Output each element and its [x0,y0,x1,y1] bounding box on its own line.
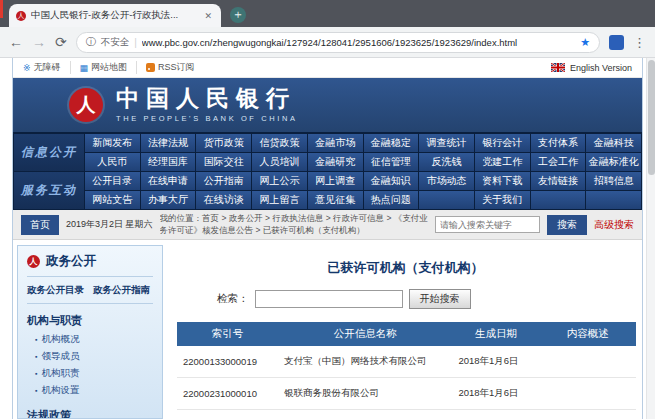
nav-item[interactable]: 公开指南 [196,172,251,190]
nav-item[interactable]: 货币政策 [196,134,251,152]
table-header-row: 索引号 公开信息名称 生成日期 内容概述 [177,322,636,346]
sidebar-top-links: 政务公开目录 政务公开指南 [27,277,153,304]
site-search-input[interactable] [435,216,540,233]
nav-item[interactable]: 银行会计 [475,134,530,152]
recording-indicator [0,0,3,18]
url-text[interactable]: www.pbc.gov.cn/zhengwugongkai/127924/128… [142,37,575,48]
nav-category-info-disclosure[interactable]: 信息公开 [14,134,84,171]
bookmark-star-icon[interactable]: ★ [580,36,590,49]
english-version-label: English Version [570,63,632,73]
nav-item[interactable]: 经理国库 [141,153,196,171]
address-bar[interactable]: ⓘ 不安全 | www.pbc.gov.cn/zhengwugongkai/12… [76,32,600,53]
sitemap-label: 网站地图 [91,61,127,74]
start-search-button[interactable]: 开始搜索 [409,289,471,309]
nav-item[interactable]: 调查统计 [419,134,474,152]
nav-item[interactable]: 公开目录 [85,172,140,190]
browser-menu-icon[interactable]: ⋮ [633,35,646,50]
rss-link[interactable]: RSS订阅 [137,61,204,74]
nav-item[interactable]: 法律法规 [141,134,196,152]
cell-date: 2018年5月3日 [452,410,539,419]
retrieval-label: 检索： [217,292,249,306]
sidebar-section-header: 机构与职责 [27,313,153,328]
col-header-index: 索引号 [177,322,278,346]
page-title: 已获许可机构（支付机构） [173,259,638,277]
browser-tab[interactable]: 人 中国人民银行-政务公开-行政执法... ✕ [9,4,221,27]
nav-item[interactable]: 网上公示 [252,172,307,190]
nav-item[interactable]: 在线申请 [141,172,196,190]
nav-item[interactable]: 友情链接 [531,172,586,190]
nav-item[interactable]: 工会工作 [531,153,586,171]
browser-window: 人 中国人民银行-政务公开-行政执法... ✕ ＋ ← → ⟳ ⓘ 不安全 | … [0,0,655,419]
breadcrumb-bar: 首页 2019年3月2日 星期六 我的位置：首页 > 政务公开 > 行政执法信息… [13,210,642,240]
accessibility-link[interactable]: ※ 无障碍 [23,61,71,74]
home-button[interactable]: 首页 [21,215,59,235]
cell-name-link[interactable]: 银联商务股份有限公司 [278,378,452,410]
bullet-icon: ▪ [35,370,37,377]
nav-item[interactable]: 网上留言 [252,191,307,209]
nav-item[interactable]: 网上调查 [308,172,363,190]
new-tab-button[interactable]: ＋ [230,7,246,23]
sidebar-item[interactable]: ▪ 领导成员 [27,348,153,365]
nav-item-empty [419,191,474,209]
nav-item[interactable]: 资料下载 [475,172,530,190]
sidebar-item[interactable]: ▪ 机构设置 [27,382,153,399]
sidebar-item[interactable]: ▪ 机构概况 [27,331,153,348]
nav-item[interactable]: 信贷政策 [252,134,307,152]
forward-button[interactable]: → [32,34,46,50]
extension-icon[interactable] [609,35,624,50]
sitemap-icon: ▦ [80,63,89,73]
nav-item[interactable]: 意见征集 [308,191,363,209]
nav-item[interactable]: 金融标准化 [586,153,641,171]
main-navigation: 信息公开 新闻发布 法律法规 货币政策 信贷政策 金融市场 金融稳定 调查统计 … [13,132,642,210]
nav-item[interactable]: 支付体系 [531,134,586,152]
back-button[interactable]: ← [9,34,23,50]
uk-flag-icon [551,63,565,72]
nav-item[interactable]: 网站文告 [85,191,140,209]
scrollbar-thumb[interactable] [648,60,655,175]
retrieval-input[interactable] [255,290,403,308]
nav-item[interactable]: 市场动态 [419,172,474,190]
nav-item[interactable]: 新闻发布 [85,134,140,152]
info-icon[interactable]: ⓘ [86,35,96,49]
nav-item[interactable]: 党建工作 [475,153,530,171]
table-row: 22000133000019 支付宝（中国）网络技术有限公司 2018年1月6日 [177,346,636,378]
bank-name-cn: 中国人民银行 [116,87,298,111]
sidebar-item[interactable]: ▪ 机构职责 [27,365,153,382]
bank-name-en: THE PEOPLE'S BANK OF CHINA [116,114,298,123]
nav-item[interactable]: 热点问题 [364,191,419,209]
nav-item[interactable]: 国际交往 [196,153,251,171]
sidebar-link-directory[interactable]: 政务公开目录 [27,284,84,297]
nav-item[interactable]: 金融知识 [364,172,419,190]
nav-item[interactable]: 征信管理 [364,153,419,171]
nav-item[interactable]: 招聘信息 [586,172,641,190]
cell-name-link[interactable]: 资和信电子支付有限公司 [278,410,452,419]
cell-name-link[interactable]: 支付宝（中国）网络技术有限公司 [278,346,452,378]
nav-item[interactable]: 在线访谈 [196,191,251,209]
nav-item[interactable]: 人民币 [85,153,140,171]
pbc-mini-logo-icon: 人 [27,255,40,268]
current-date: 2019年3月2日 星期六 [66,218,153,231]
nav-item[interactable]: 金融稳定 [364,134,419,152]
english-version-link[interactable]: English Version [551,63,632,73]
nav-category-services[interactable]: 服务互动 [14,172,84,209]
nav-item[interactable]: 反洗钱 [419,153,474,171]
nav-item[interactable]: 关于我们 [475,191,530,209]
page-scrollbar[interactable] [646,58,655,419]
sitemap-link[interactable]: ▦ 网站地图 [71,61,138,74]
refresh-button[interactable]: ⟳ [55,34,67,50]
tab-close-icon[interactable]: ✕ [202,11,214,21]
advanced-search-link[interactable]: 高级搜索 [594,218,634,232]
address-separator: | [134,37,137,48]
nav-item[interactable]: 金融科技 [586,134,641,152]
breadcrumb: 我的位置：首页 > 政务公开 > 行政执法信息 > 行政许可信息 > 《支付业务… [160,213,428,237]
rss-icon [146,63,155,72]
rss-label: RSS订阅 [158,61,195,74]
nav-item[interactable]: 人员培训 [252,153,307,171]
nav-item[interactable]: 办事大厅 [141,191,196,209]
sidebar-item-label: 机构设置 [41,384,79,397]
nav-item[interactable]: 金融研究 [308,153,363,171]
site-search-button[interactable]: 搜索 [547,215,587,235]
security-label: 不安全 [101,36,130,49]
sidebar-link-guide[interactable]: 政务公开指南 [93,284,150,297]
nav-item[interactable]: 金融市场 [308,134,363,152]
